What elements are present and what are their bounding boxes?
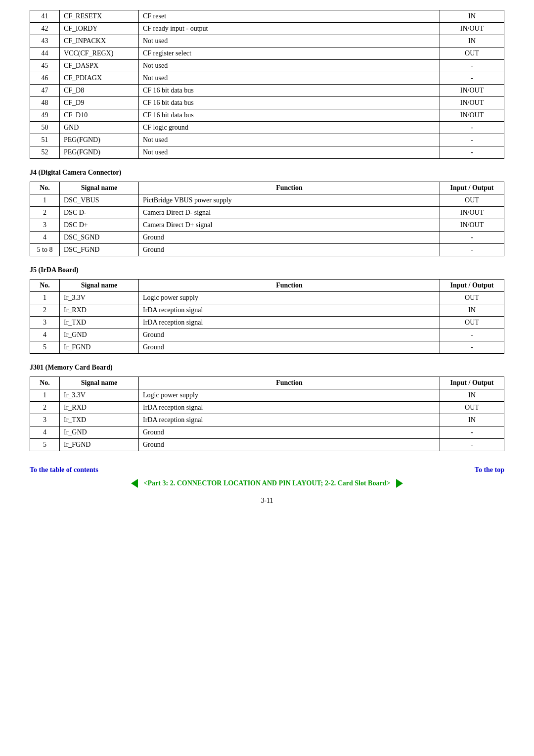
cell-no: 42 (30, 23, 60, 35)
cell-io: IN (440, 304, 504, 317)
cell-function: Not used (139, 134, 440, 146)
cell-signal: PEG(FGND) (60, 146, 139, 159)
cell-function: Not used (139, 72, 440, 85)
cell-no: 2 (30, 304, 60, 317)
cell-no: 43 (30, 35, 60, 47)
cell-signal: Ir_GND (60, 426, 139, 439)
cell-signal: CF_RESETX (60, 10, 139, 23)
cell-function: CF 16 bit data bus (139, 109, 440, 122)
table-row: 48 CF_D9 CF 16 bit data bus IN/OUT (30, 97, 504, 109)
cell-function: CF 16 bit data bus (139, 85, 440, 97)
cell-function: CF ready input - output (139, 23, 440, 35)
cell-io: - (440, 329, 504, 341)
j4-title: J4 (Digital Camera Connector) (30, 169, 504, 177)
cell-io: OUT (440, 194, 504, 207)
table-row: 52 PEG(FGND) Not used - (30, 146, 504, 159)
cell-io: IN/OUT (440, 23, 504, 35)
cell-no: 3 (30, 317, 60, 329)
cell-no: 41 (30, 10, 60, 23)
cell-no: 45 (30, 60, 60, 72)
cell-no: 48 (30, 97, 60, 109)
cell-signal: Ir_3.3V (60, 389, 139, 402)
cell-function: IrDA reception signal (139, 402, 440, 414)
j4-header-function: Function (139, 182, 440, 194)
cell-io: IN/OUT (440, 219, 504, 232)
table-row: 46 CF_PDIAGX Not used - (30, 72, 504, 85)
j5-title: J5 (IrDA Board) (30, 266, 504, 274)
cell-function: CF logic ground (139, 122, 440, 134)
cell-no: 46 (30, 72, 60, 85)
cell-signal: VCC(CF_REGX) (60, 47, 139, 60)
table-row: 5 to 8 DSC_FGND Ground - (30, 244, 504, 256)
table-row: 2 DSC D- Camera Direct D- signal IN/OUT (30, 207, 504, 219)
table-row: 50 GND CF logic ground - (30, 122, 504, 134)
cell-signal: GND (60, 122, 139, 134)
cell-io: OUT (440, 47, 504, 60)
cell-io: IN (440, 35, 504, 47)
cell-signal: Ir_TXD (60, 317, 139, 329)
table-row: 4 Ir_GND Ground - (30, 329, 504, 341)
cell-function: Logic power supply (139, 389, 440, 402)
cell-no: 2 (30, 207, 60, 219)
j4-table: No. Signal name Function Input / Output … (30, 182, 504, 256)
cell-signal: PEG(FGND) (60, 134, 139, 146)
j301-table: No. Signal name Function Input / Output … (30, 377, 504, 451)
footer-nav: To the table of contents To the top (30, 466, 504, 474)
cell-no: 5 (30, 341, 60, 354)
cell-no: 3 (30, 414, 60, 426)
j5-header-io: Input / Output (440, 280, 504, 292)
table-row: 44 VCC(CF_REGX) CF register select OUT (30, 47, 504, 60)
arrow-left-icon (131, 479, 138, 488)
j301-header-function: Function (139, 377, 440, 389)
cell-io: - (440, 60, 504, 72)
cell-io: - (440, 122, 504, 134)
table-row: 3 Ir_TXD IrDA reception signal IN (30, 414, 504, 426)
cell-signal: CF_INPACKX (60, 35, 139, 47)
cell-signal: CF_D10 (60, 109, 139, 122)
cell-io: IN/OUT (440, 85, 504, 97)
cell-io: IN (440, 10, 504, 23)
table-row: 1 Ir_3.3V Logic power supply IN (30, 389, 504, 402)
cell-signal: Ir_RXD (60, 304, 139, 317)
page-number: 3-11 (30, 497, 504, 505)
cell-no: 1 (30, 292, 60, 304)
cell-no: 4 (30, 329, 60, 341)
table-row: 47 CF_D8 CF 16 bit data bus IN/OUT (30, 85, 504, 97)
cell-signal: DSC D- (60, 207, 139, 219)
cell-signal: DSC_VBUS (60, 194, 139, 207)
cell-function: Not used (139, 35, 440, 47)
cell-signal: Ir_TXD (60, 414, 139, 426)
toc-link[interactable]: To the table of contents (30, 466, 98, 474)
j5-header-function: Function (139, 280, 440, 292)
table-row: 5 Ir_FGND Ground - (30, 439, 504, 451)
table-row: 41 CF_RESETX CF reset IN (30, 10, 504, 23)
table-row: 1 DSC_VBUS PictBridge VBUS power supply … (30, 194, 504, 207)
cell-function: Logic power supply (139, 292, 440, 304)
table-row: 42 CF_IORDY CF ready input - output IN/O… (30, 23, 504, 35)
cell-signal: CF_D8 (60, 85, 139, 97)
j4-header-signal: Signal name (60, 182, 139, 194)
cell-signal: DSC_SGND (60, 232, 139, 244)
top-continuation-table: 41 CF_RESETX CF reset IN 42 CF_IORDY CF … (30, 10, 504, 159)
cell-io: OUT (440, 317, 504, 329)
cell-io: IN/OUT (440, 207, 504, 219)
j301-header-no: No. (30, 377, 60, 389)
cell-function: Ground (139, 426, 440, 439)
cell-io: - (440, 232, 504, 244)
cell-no: 1 (30, 389, 60, 402)
cell-function: CF reset (139, 10, 440, 23)
cell-no: 5 (30, 439, 60, 451)
cell-signal: CF_DASPX (60, 60, 139, 72)
nav-link[interactable]: <Part 3: 2. CONNECTOR LOCATION AND PIN L… (144, 479, 391, 487)
cell-io: - (440, 244, 504, 256)
cell-no: 4 (30, 426, 60, 439)
cell-function: Ground (139, 341, 440, 354)
arrow-right-icon (396, 479, 403, 488)
cell-io: IN (440, 389, 504, 402)
j5-header-signal: Signal name (60, 280, 139, 292)
top-link[interactable]: To the top (475, 466, 504, 474)
cell-signal: CF_PDIAGX (60, 72, 139, 85)
cell-signal: CF_IORDY (60, 23, 139, 35)
cell-function: Not used (139, 146, 440, 159)
table-row: 51 PEG(FGND) Not used - (30, 134, 504, 146)
